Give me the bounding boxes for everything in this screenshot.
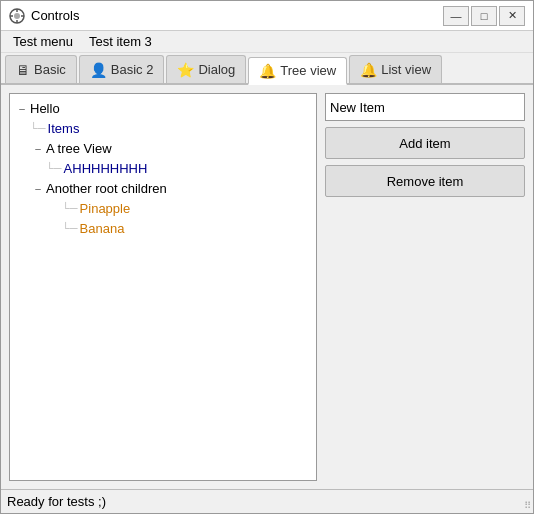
tree-node-items[interactable]: └─ Items: [14, 118, 312, 138]
tab-bar: 🖥 Basic 👤 Basic 2 ⭐ Dialog 🔔 Tree view 🔔…: [1, 53, 533, 85]
close-button[interactable]: ✕: [499, 6, 525, 26]
content-area: – Hello └─ Items – A tree View └─ AHHHHH…: [1, 85, 533, 489]
resize-grip[interactable]: ⠿: [524, 500, 531, 511]
title-bar: Controls — □ ✕: [1, 1, 533, 31]
maximize-button[interactable]: □: [471, 6, 497, 26]
tree-label-ahhh: AHHHHHHHH: [64, 161, 148, 176]
tree-node-atreeview[interactable]: – A tree View: [14, 138, 312, 158]
tree-label-atreeview: A tree View: [46, 141, 112, 156]
remove-item-button[interactable]: Remove item: [325, 165, 525, 197]
tab-dialog-label: Dialog: [198, 62, 235, 77]
expander-anotherroot[interactable]: –: [30, 180, 46, 196]
menu-bar: Test menu Test item 3: [1, 31, 533, 53]
tab-tree-view-label: Tree view: [280, 63, 336, 78]
tab-basic[interactable]: 🖥 Basic: [5, 55, 77, 83]
tab-basic2-label: Basic 2: [111, 62, 154, 77]
tab-list-view-label: List view: [381, 62, 431, 77]
basic-tab-icon: 🖥: [16, 62, 30, 78]
expander-hello[interactable]: –: [14, 100, 30, 116]
expander-atreeview[interactable]: –: [30, 140, 46, 156]
tree-node-pinapple[interactable]: └─ Pinapple: [14, 198, 312, 218]
right-panel: Add item Remove item: [325, 93, 525, 481]
status-bar: Ready for tests ;) ⠿: [1, 489, 533, 513]
tab-dialog[interactable]: ⭐ Dialog: [166, 55, 246, 83]
listview-tab-icon: 🔔: [360, 62, 377, 78]
tree-node-ahhh[interactable]: └─ AHHHHHHHH: [14, 158, 312, 178]
tab-basic-label: Basic: [34, 62, 66, 77]
tree-node-anotherroot[interactable]: – Another root children: [14, 178, 312, 198]
new-item-input[interactable]: [325, 93, 525, 121]
basic2-tab-icon: 👤: [90, 62, 107, 78]
connector-banana: └─: [62, 222, 78, 234]
tab-tree-view[interactable]: 🔔 Tree view: [248, 57, 347, 85]
add-item-button[interactable]: Add item: [325, 127, 525, 159]
tree-label-pinapple: Pinapple: [80, 201, 131, 216]
window-title: Controls: [31, 8, 443, 23]
window-icon: [9, 8, 25, 24]
minimize-button[interactable]: —: [443, 6, 469, 26]
tree-node-hello[interactable]: – Hello: [14, 98, 312, 118]
tab-list-view[interactable]: 🔔 List view: [349, 55, 442, 83]
tree-label-banana: Banana: [80, 221, 125, 236]
menu-item-test-item3[interactable]: Test item 3: [81, 32, 160, 51]
tab-basic2[interactable]: 👤 Basic 2: [79, 55, 165, 83]
window-controls: — □ ✕: [443, 6, 525, 26]
tree-node-banana[interactable]: └─ Banana: [14, 218, 312, 238]
connector-items: └─: [30, 122, 46, 134]
tree-panel[interactable]: – Hello └─ Items – A tree View └─ AHHHHH…: [9, 93, 317, 481]
menu-item-test-menu[interactable]: Test menu: [5, 32, 81, 51]
tree-label-hello: Hello: [30, 101, 60, 116]
svg-point-1: [14, 13, 20, 19]
tree-label-anotherroot: Another root children: [46, 181, 167, 196]
status-text: Ready for tests ;): [7, 494, 106, 509]
main-window: Controls — □ ✕ Test menu Test item 3 🖥 B…: [0, 0, 534, 514]
dialog-tab-icon: ⭐: [177, 62, 194, 78]
treeview-tab-icon: 🔔: [259, 63, 276, 79]
tree-label-items: Items: [48, 121, 80, 136]
connector-ahhh: └─: [46, 162, 62, 174]
connector-pinapple: └─: [62, 202, 78, 214]
